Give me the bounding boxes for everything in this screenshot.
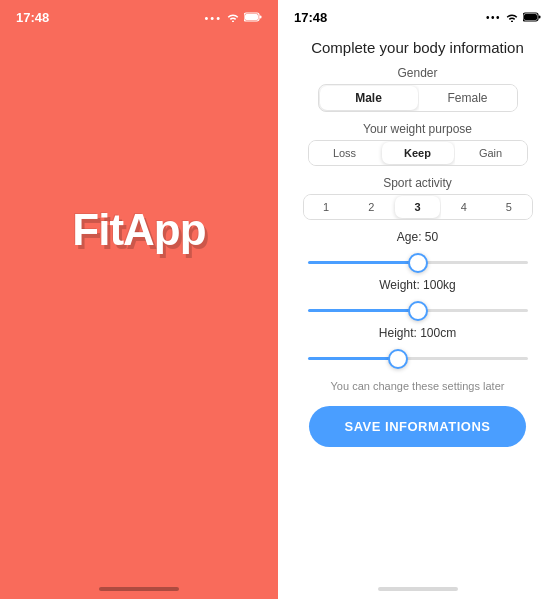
age-group: Age: 50 [294,230,541,268]
activity-3-btn[interactable]: 3 [395,196,440,218]
left-time: 17:48 [16,10,49,25]
wifi-icon [226,11,240,25]
left-status-icons: ••• [204,11,262,25]
signal-icon: ••• [204,12,222,24]
gender-group: Gender Male Female [294,66,541,112]
weight-purpose-toggle[interactable]: Loss Keep Gain [308,140,528,166]
height-label: Height: 100cm [379,326,456,340]
sport-activity-label: Sport activity [383,176,452,190]
right-status-bar: 17:48 ••• [278,0,557,25]
right-time: 17:48 [294,10,327,25]
activity-5-btn[interactable]: 5 [486,195,531,219]
gender-toggle[interactable]: Male Female [318,84,518,112]
purpose-gain-btn[interactable]: Gain [455,141,527,165]
weight-label: Weight: 100kg [379,278,456,292]
app-logo: FitApp [72,205,205,255]
activity-4-btn[interactable]: 4 [441,195,486,219]
wifi-icon-right [505,11,519,25]
gender-female-btn[interactable]: Female [419,85,517,111]
home-indicator-left [99,587,179,591]
activity-toggle[interactable]: 1 2 3 4 5 [303,194,533,220]
height-slider-container [308,346,528,364]
svg-rect-1 [245,14,258,20]
purpose-loss-btn[interactable]: Loss [309,141,381,165]
signal-icon-right: ••• [486,12,501,23]
age-slider-container [308,250,528,268]
battery-icon [244,11,262,25]
left-panel: 17:48 ••• FitApp [0,0,278,599]
save-button[interactable]: SAVE INFORMATIONS [309,406,527,447]
battery-icon-right [523,11,541,25]
left-status-bar: 17:48 ••• [0,0,278,25]
right-status-icons: ••• [486,11,541,25]
height-group: Height: 100cm [294,326,541,364]
home-indicator-right [378,587,458,591]
activity-1-btn[interactable]: 1 [304,195,349,219]
purpose-keep-btn[interactable]: Keep [382,142,454,164]
age-slider[interactable] [308,261,528,264]
weight-purpose-group: Your weight purpose Loss Keep Gain [294,122,541,166]
gender-label: Gender [397,66,437,80]
page-title: Complete your body information [291,39,544,56]
gender-male-btn[interactable]: Male [320,86,418,110]
right-panel: 17:48 ••• Complete your body information… [278,0,557,599]
weight-slider[interactable] [308,309,528,312]
weight-group: Weight: 100kg [294,278,541,316]
form-area: Gender Male Female Your weight purpose L… [278,66,557,447]
svg-rect-5 [539,15,541,18]
weight-slider-container [308,298,528,316]
weight-purpose-label: Your weight purpose [363,122,472,136]
height-slider[interactable] [308,357,528,360]
note-text: You can change these settings later [331,380,505,392]
svg-rect-4 [524,14,537,20]
age-label: Age: 50 [397,230,438,244]
sport-activity-group: Sport activity 1 2 3 4 5 [294,176,541,220]
svg-rect-2 [260,15,262,18]
activity-2-btn[interactable]: 2 [349,195,394,219]
